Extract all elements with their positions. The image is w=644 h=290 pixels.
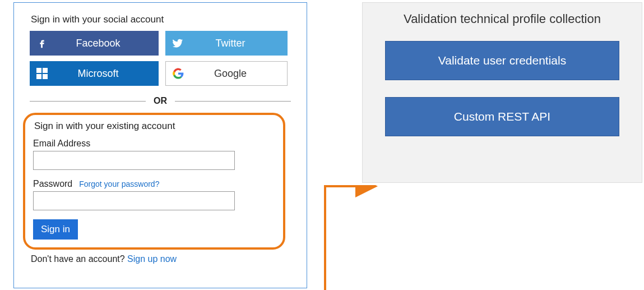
validation-profile-collection-panel: Validation technical profile collection … <box>362 2 642 183</box>
social-row-2: Microsoft Google <box>30 61 291 86</box>
signup-prompt-row: Don't have an account? Sign up now <box>31 254 291 264</box>
email-input[interactable] <box>33 151 235 170</box>
or-label: OR <box>154 96 167 106</box>
divider-line-right <box>175 101 291 102</box>
svg-rect-3 <box>43 74 48 79</box>
facebook-button[interactable]: Facebook <box>30 31 159 56</box>
local-signin-heading: Sign in with your existing account <box>34 121 275 132</box>
validation-block-credentials: Validate user credentials <box>385 41 619 80</box>
validation-panel-title: Validation technical profile collection <box>385 12 619 26</box>
password-input[interactable] <box>33 191 235 210</box>
twitter-icon <box>165 37 190 49</box>
social-row-1: Facebook Twitter <box>30 31 291 56</box>
svg-rect-1 <box>43 68 48 73</box>
local-signin-highlight-box: Sign in with your existing account Email… <box>23 113 285 250</box>
social-signin-heading: Sign in with your social account <box>31 14 291 25</box>
svg-rect-2 <box>36 74 41 79</box>
svg-rect-0 <box>36 68 41 73</box>
microsoft-icon <box>30 68 54 79</box>
validation-block-rest-api: Custom REST API <box>385 97 619 136</box>
google-label: Google <box>191 68 287 80</box>
microsoft-button[interactable]: Microsoft <box>30 61 159 86</box>
or-divider: OR <box>30 96 291 106</box>
twitter-button[interactable]: Twitter <box>165 31 288 56</box>
google-icon <box>166 68 191 79</box>
signin-panel: Sign in with your social account Faceboo… <box>13 2 307 288</box>
twitter-label: Twitter <box>190 38 288 49</box>
forgot-password-link[interactable]: Forgot your password? <box>79 179 159 188</box>
divider-line-left <box>30 101 146 102</box>
facebook-icon <box>30 37 54 49</box>
signup-prompt-text: Don't have an account? <box>31 254 125 264</box>
signup-link[interactable]: Sign up now <box>127 254 177 264</box>
signin-button[interactable]: Sign in <box>33 219 78 240</box>
email-label: Email Address <box>33 139 90 149</box>
password-label: Password <box>33 179 72 189</box>
microsoft-label: Microsoft <box>54 68 159 80</box>
google-button[interactable]: Google <box>165 61 288 86</box>
facebook-label: Facebook <box>54 38 159 49</box>
